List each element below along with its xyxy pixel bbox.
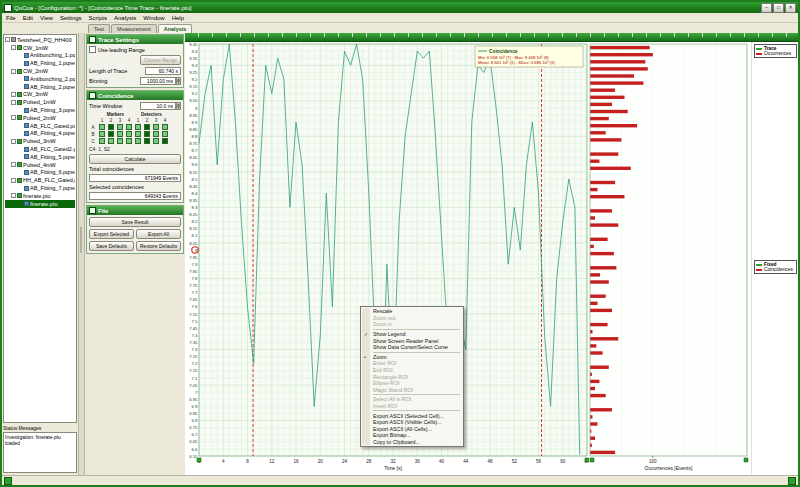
histogram-bar[interactable] [590, 138, 621, 141]
histogram-bar[interactable] [590, 280, 609, 283]
project-tree[interactable]: -Testsheet_PQ_HH400-CW_1mWAntibunching_1… [3, 34, 77, 423]
context-menu-item[interactable]: •Zoom [362, 354, 462, 361]
detector-cell[interactable] [144, 131, 150, 137]
tree-item[interactable]: -Pulsed_3mW [5, 137, 75, 145]
tree-item[interactable]: AB_Fitting_3.pqres [5, 106, 75, 114]
histogram-bar[interactable] [590, 160, 599, 163]
tree-item[interactable]: AB_Fitting_2.pqres [5, 83, 75, 91]
tree-item[interactable]: AB_FLC_Gated.pqres [5, 122, 75, 130]
tree-item[interactable]: AB_FLC_Gated2.pqres [5, 145, 75, 153]
menu-file[interactable]: File [6, 15, 16, 21]
tree-item[interactable]: Antibunching_1.pqres [5, 52, 75, 60]
tab-test[interactable]: Test [88, 24, 110, 33]
plot-legend-box[interactable]: TraceOccurrences [754, 44, 797, 58]
menu-scripts[interactable]: Scripts [89, 15, 107, 21]
save-result-button[interactable]: Save Result [89, 217, 181, 227]
detector-cell[interactable] [144, 138, 150, 144]
time-window-value[interactable]: 10.0 ns [140, 102, 176, 110]
histogram-bar[interactable] [590, 223, 618, 226]
splitter-grip-icon[interactable] [80, 227, 82, 253]
histogram-bar[interactable] [590, 110, 628, 113]
histogram-bar[interactable] [590, 302, 598, 305]
histogram-bar[interactable] [590, 245, 594, 248]
tree-item[interactable]: -HH_AB_FLC_Gated.pqres [5, 176, 75, 184]
detector-cell[interactable] [162, 131, 168, 137]
detector-cell[interactable] [135, 138, 141, 144]
histogram-bar[interactable] [590, 408, 612, 411]
histogram-bar[interactable] [590, 74, 634, 77]
tab-measurement[interactable]: Measurement [111, 24, 157, 33]
detector-cell[interactable] [126, 138, 132, 144]
context-menu-item[interactable]: Rescale [362, 308, 462, 315]
menu-analysis[interactable]: Analysis [114, 15, 136, 21]
histogram-bar[interactable] [590, 351, 603, 354]
menu-view[interactable]: View [40, 15, 53, 21]
histogram-bar[interactable] [590, 266, 616, 269]
detector-cell[interactable] [162, 138, 168, 144]
histogram-bar[interactable] [590, 195, 625, 198]
histogram-bar[interactable] [590, 103, 612, 106]
choose-range-button[interactable]: Choose Range [140, 55, 181, 65]
expander-icon[interactable]: - [11, 162, 16, 167]
tree-item[interactable]: -finerate.ptu [5, 192, 75, 200]
tree-item[interactable]: -CW_3mW [5, 91, 75, 99]
panel-collapse-icon[interactable] [89, 92, 96, 99]
histogram-bar[interactable] [590, 366, 609, 369]
histogram-bar[interactable] [590, 422, 598, 425]
detector-cell[interactable] [99, 138, 105, 144]
histogram-bar[interactable] [590, 67, 648, 70]
histogram-bar[interactable] [590, 380, 599, 383]
context-menu-item[interactable]: Export ASCII (Selected Cell)... [362, 412, 462, 419]
detector-cell[interactable] [117, 124, 123, 130]
histogram-bar[interactable] [590, 131, 606, 134]
detector-cell[interactable] [108, 138, 114, 144]
histogram-bar[interactable] [590, 344, 596, 347]
detector-cell[interactable] [99, 124, 105, 130]
spin-down-icon[interactable]: ▼ [176, 81, 181, 85]
restore-defaults-button[interactable]: Restore Defaults [136, 241, 181, 251]
tree-item[interactable]: -CW_2mW [5, 67, 75, 75]
histogram-bar[interactable] [590, 451, 615, 454]
expander-icon[interactable]: - [11, 193, 16, 198]
histogram-bar[interactable] [590, 295, 606, 298]
tree-item[interactable]: Antibunching_2.pqres [5, 75, 75, 83]
context-menu-item[interactable]: Show Data Cursor/Select Curve [362, 344, 462, 351]
time-window-spin-arrows[interactable]: ▲▼ [176, 102, 181, 110]
coincidence-header[interactable]: Coincidence [87, 91, 183, 100]
histogram-bar[interactable] [590, 330, 593, 333]
histogram-bar[interactable] [590, 252, 614, 255]
menu-settings[interactable]: Settings [60, 15, 82, 21]
menu-window[interactable]: Window [143, 15, 164, 21]
context-menu-item[interactable]: Export Bitmap... [362, 432, 462, 439]
minimize-button[interactable]: – [761, 3, 772, 13]
expander-icon[interactable]: - [11, 178, 16, 183]
context-menu-item[interactable]: Show Screen Reader Panel [362, 337, 462, 344]
tab-analysis[interactable]: Analysis [158, 24, 193, 33]
tree-item[interactable]: AB_Fitting_4.pqres [5, 130, 75, 138]
expander-icon[interactable]: - [11, 69, 16, 74]
calculate-button[interactable]: Calculate [89, 154, 181, 164]
detector-cell[interactable] [135, 124, 141, 130]
histogram-bar[interactable] [590, 188, 598, 191]
histogram-bar[interactable] [590, 309, 612, 312]
detector-cell[interactable] [126, 124, 132, 130]
tree-item[interactable]: -Pulsed_1mW [5, 98, 75, 106]
histogram-bar[interactable] [590, 273, 600, 276]
detector-cell[interactable] [135, 131, 141, 137]
detector-cell[interactable] [153, 131, 159, 137]
expander-icon[interactable]: - [11, 115, 16, 120]
histogram-bar[interactable] [590, 152, 618, 155]
histogram-bar[interactable] [590, 216, 595, 219]
histogram-bar[interactable] [590, 209, 612, 212]
tree-item[interactable]: finerate.ptu [5, 200, 75, 208]
histogram-bar[interactable] [590, 394, 606, 397]
detector-cell[interactable] [117, 138, 123, 144]
histogram-bar[interactable] [590, 415, 593, 418]
detector-cell[interactable] [126, 131, 132, 137]
tree-item[interactable]: AB_Fitting_6.pqres [5, 169, 75, 177]
histogram-bar[interactable] [590, 167, 631, 170]
histogram-bar[interactable] [590, 46, 650, 49]
export-all-button[interactable]: Export All [136, 229, 181, 239]
context-menu-item[interactable]: ✓Show Legend [362, 331, 462, 338]
tree-item[interactable]: -Pulsed_4mW [5, 161, 75, 169]
